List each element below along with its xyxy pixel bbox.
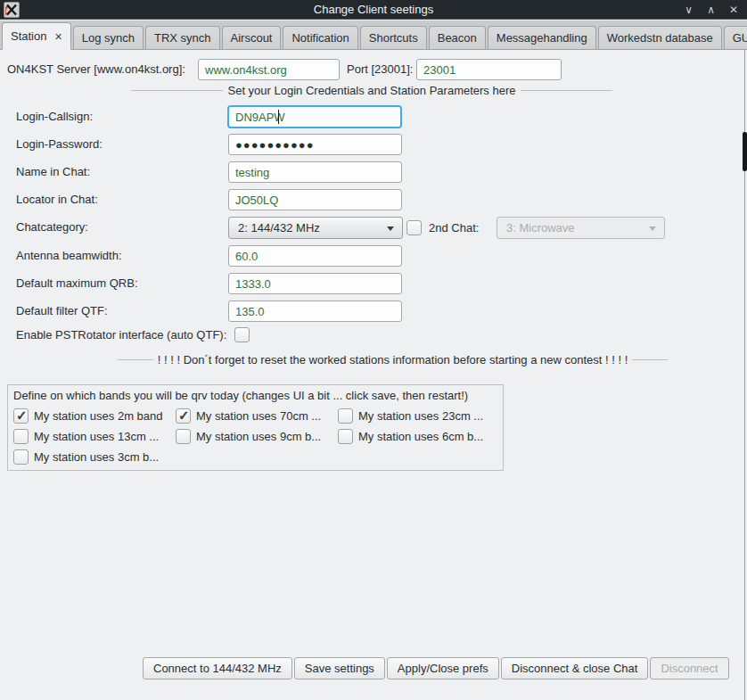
password-label: Login-Password: xyxy=(16,134,103,155)
band-13cm-label: My station uses 13cm ... xyxy=(34,430,159,443)
band-6cm-item: My station uses 6cm b... xyxy=(338,429,483,444)
chevron-down-icon xyxy=(387,226,394,231)
band-70cm-label: My station uses 70cm ... xyxy=(196,409,321,423)
window-title: Change Client seetings xyxy=(0,0,747,20)
bands-groupbox: Define on which bands you will be qrv to… xyxy=(7,384,504,471)
tab-label: Airscout xyxy=(231,31,273,45)
tab-label: Log synch xyxy=(82,31,135,45)
password-input[interactable] xyxy=(228,134,402,155)
scrollbar-thumb[interactable] xyxy=(743,132,747,171)
beamwidth-input[interactable] xyxy=(228,245,402,267)
scrollbar-track[interactable] xyxy=(743,50,747,700)
band-2m-item: My station uses 2m band xyxy=(13,408,163,424)
tab-trx-synch[interactable]: TRX synch xyxy=(145,26,220,49)
band-70cm-item: My station uses 70cm ... xyxy=(176,408,321,424)
tab-label: Messagehandling xyxy=(497,31,587,45)
second-chat-label: 2nd Chat: xyxy=(429,218,479,239)
chatcategory-label: Chatcategory: xyxy=(16,217,88,238)
save-settings-button[interactable]: Save settings xyxy=(294,657,385,679)
second-chat-checkbox[interactable] xyxy=(406,220,422,235)
tab-label: Shortcuts xyxy=(369,31,418,45)
band-13cm-checkbox[interactable] xyxy=(13,429,29,444)
text-caret xyxy=(278,110,279,124)
band-3cm-checkbox[interactable] xyxy=(13,449,29,465)
chatcategory-select[interactable]: 2: 144/432 MHz xyxy=(228,217,403,239)
contest-warning-separator: ! ! ! ! Don´t forget to reset the worked… xyxy=(118,351,668,367)
tab-label: Beacon xyxy=(438,31,477,45)
locator-label: Locator in Chat: xyxy=(16,189,98,210)
chatcategory-value: 2: 144/432 MHz xyxy=(238,221,320,235)
contest-warning-text: ! ! ! ! Don´t forget to reset the worked… xyxy=(153,353,632,366)
server-label: ON4KST Server [www.on4kst.org]: xyxy=(7,59,185,80)
connect-button[interactable]: Connect to 144/432 MHz xyxy=(143,657,292,679)
tab-airscout[interactable]: Airscout xyxy=(222,26,282,49)
chat-name-input[interactable] xyxy=(228,161,402,183)
band-2m-label: My station uses 2m band xyxy=(34,409,163,423)
window-controls: ∨ ∧ ✕ xyxy=(685,0,738,20)
band-13cm-item: My station uses 13cm ... xyxy=(13,429,159,444)
chat-name-label: Name in Chat: xyxy=(16,161,90,183)
tab-workedstn-database[interactable]: Workedstn database xyxy=(598,26,722,49)
tab-label: TRX synch xyxy=(154,31,211,45)
band-9cm-label: My station uses 9cm b... xyxy=(196,430,321,443)
tab-gui[interactable]: GUI xyxy=(724,26,747,49)
port-label: Port [23001]: xyxy=(347,59,413,80)
band-9cm-checkbox[interactable] xyxy=(176,429,191,444)
disconnect-close-chat-button[interactable]: Disconnect & close Chat xyxy=(501,657,649,679)
band-3cm-label: My station uses 3cm b... xyxy=(34,450,159,464)
tab-label: Notification xyxy=(291,31,349,45)
pstrotator-checkbox[interactable] xyxy=(234,327,250,342)
locator-input[interactable] xyxy=(228,189,402,210)
tab-notification[interactable]: Notification xyxy=(283,26,357,49)
band-23cm-item: My station uses 23cm ... xyxy=(338,408,483,424)
credentials-section-separator: Set your Login Credentials and Station P… xyxy=(131,82,612,98)
second-chat-select: 3: Microwave xyxy=(497,217,665,239)
max-qrb-label: Default maximum QRB: xyxy=(16,273,138,294)
settings-window: Change Client seetings ∨ ∧ ✕ Station × L… xyxy=(0,0,747,700)
bottom-button-row: Connect to 144/432 MHz Save settings App… xyxy=(143,657,729,679)
filter-qtf-input[interactable] xyxy=(228,301,402,322)
band-23cm-checkbox[interactable] xyxy=(338,408,353,424)
callsign-input[interactable] xyxy=(227,105,402,128)
band-6cm-label: My station uses 6cm b... xyxy=(358,430,483,443)
tab-shortcuts[interactable]: Shortcuts xyxy=(360,26,427,49)
tab-bar: Station × Log synch TRX synch Airscout N… xyxy=(0,21,747,50)
beamwidth-label: Antenna beamwidth: xyxy=(16,245,122,267)
band-23cm-label: My station uses 23cm ... xyxy=(358,409,483,423)
server-input[interactable] xyxy=(198,59,340,80)
tab-log-synch[interactable]: Log synch xyxy=(73,26,144,49)
bands-groupbox-title: Define on which bands you will be qrv to… xyxy=(13,389,468,402)
band-70cm-checkbox[interactable] xyxy=(176,408,191,424)
band-3cm-item: My station uses 3cm b... xyxy=(13,449,159,465)
band-9cm-item: My station uses 9cm b... xyxy=(176,429,321,444)
band-6cm-checkbox[interactable] xyxy=(338,429,353,444)
filter-qtf-label: Default filter QTF: xyxy=(16,301,108,322)
minimize-icon[interactable]: ∨ xyxy=(685,0,693,20)
disconnect-button: Disconnect xyxy=(650,657,728,679)
maximize-icon[interactable]: ∧ xyxy=(707,0,715,20)
tab-station[interactable]: Station × xyxy=(2,22,71,50)
tab-label: GUI xyxy=(733,31,747,45)
tab-station-label: Station xyxy=(11,29,46,43)
tab-label: Workedstn database xyxy=(607,31,713,45)
port-input[interactable] xyxy=(416,59,562,80)
callsign-label: Login-Callsign: xyxy=(16,106,93,128)
chevron-down-icon xyxy=(649,226,656,231)
second-chat-value: 3: Microwave xyxy=(506,221,575,235)
tab-messagehandling[interactable]: Messagehandling xyxy=(488,26,596,49)
titlebar: Change Client seetings ∨ ∧ ✕ xyxy=(0,0,747,20)
apply-close-prefs-button[interactable]: Apply/Close prefs xyxy=(387,657,499,679)
max-qrb-input[interactable] xyxy=(228,273,402,294)
tab-close-icon[interactable]: × xyxy=(54,30,62,43)
tab-beacon[interactable]: Beacon xyxy=(429,26,486,49)
pstrotator-label: Enable PSTRotator interface (auto QTF): xyxy=(16,325,226,346)
credentials-section-title: Set your Login Credentials and Station P… xyxy=(223,84,520,97)
close-icon[interactable]: ✕ xyxy=(729,0,738,20)
band-2m-checkbox[interactable] xyxy=(13,408,29,424)
